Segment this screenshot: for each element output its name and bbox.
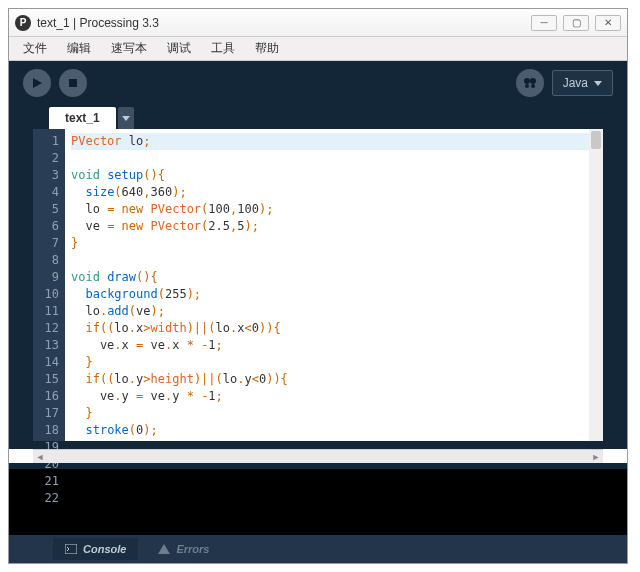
tab-bar: text_1 (9, 105, 627, 129)
warning-icon (158, 544, 170, 554)
window-controls: ─ ▢ ✕ (531, 15, 621, 31)
scroll-right-arrow[interactable]: ► (589, 450, 603, 464)
svg-rect-5 (65, 544, 77, 554)
menu-item[interactable]: 调试 (157, 40, 201, 57)
chevron-down-icon (594, 81, 602, 86)
app-icon: P (15, 15, 31, 31)
window-title: text_1 | Processing 3.3 (37, 16, 531, 30)
line-number-gutter: 12345678910111213141516171819202122 (33, 129, 65, 441)
editor-container: 12345678910111213141516171819202122 PVec… (9, 129, 627, 449)
butterfly-icon (523, 76, 537, 90)
horizontal-scrollbar[interactable]: ◄ ► (33, 449, 603, 463)
scrollbar-thumb[interactable] (591, 131, 601, 149)
menu-item[interactable]: 帮助 (245, 40, 289, 57)
menu-item[interactable]: 工具 (201, 40, 245, 57)
mode-label: Java (563, 76, 588, 90)
close-button[interactable]: ✕ (595, 15, 621, 31)
scroll-left-arrow[interactable]: ◄ (33, 450, 47, 464)
console-tab[interactable]: Console (53, 538, 138, 560)
svg-point-1 (524, 78, 530, 84)
bottom-bar: Console Errors (9, 535, 627, 563)
debug-button[interactable] (516, 69, 544, 97)
play-icon (31, 77, 43, 89)
menu-item[interactable]: 文件 (13, 40, 57, 57)
svg-point-4 (531, 84, 535, 88)
run-button[interactable] (23, 69, 51, 97)
stop-icon (67, 77, 79, 89)
code-area[interactable]: PVector lo;PVector ve; void setup(){ siz… (65, 129, 603, 441)
vertical-scrollbar[interactable] (589, 129, 603, 441)
stop-button[interactable] (59, 69, 87, 97)
titlebar: P text_1 | Processing 3.3 ─ ▢ ✕ (9, 9, 627, 37)
chevron-down-icon (122, 116, 130, 121)
menu-item[interactable]: 编辑 (57, 40, 101, 57)
console-output[interactable] (9, 469, 627, 535)
svg-point-3 (525, 84, 529, 88)
svg-point-2 (530, 78, 536, 84)
errors-tab-label: Errors (176, 543, 209, 555)
tab-active[interactable]: text_1 (49, 107, 116, 129)
maximize-button[interactable]: ▢ (563, 15, 589, 31)
svg-rect-0 (69, 79, 77, 87)
console-icon (65, 544, 77, 554)
console-tab-label: Console (83, 543, 126, 555)
app-window: P text_1 | Processing 3.3 ─ ▢ ✕ 文件编辑速写本调… (8, 8, 628, 564)
tab-dropdown[interactable] (118, 107, 134, 129)
errors-tab[interactable]: Errors (146, 538, 221, 560)
mode-selector[interactable]: Java (552, 70, 613, 96)
minimize-button[interactable]: ─ (531, 15, 557, 31)
code-editor[interactable]: 12345678910111213141516171819202122 PVec… (33, 129, 603, 441)
toolbar: Java (9, 61, 627, 105)
menubar: 文件编辑速写本调试工具帮助 (9, 37, 627, 61)
menu-item[interactable]: 速写本 (101, 40, 157, 57)
